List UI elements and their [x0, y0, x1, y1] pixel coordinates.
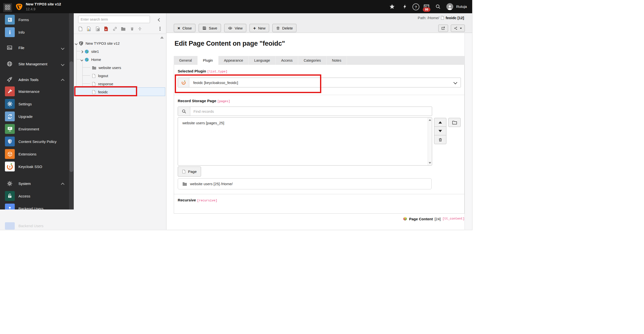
content-security-policy-module-icon[interactable]: [5, 137, 15, 146]
tab-access[interactable]: Access: [276, 56, 298, 65]
chevron-right-icon[interactable]: [81, 49, 83, 54]
tree-node-root[interactable]: New TYPO3 site v12: [74, 39, 165, 47]
chevron-up-icon[interactable]: [62, 78, 64, 83]
new-page-drag-icon[interactable]: [77, 25, 84, 32]
new-userstorage-page-drag-icon[interactable]: [86, 25, 92, 32]
sidebar-item-keycloak-sso[interactable]: Keycloak SSO: [18, 165, 42, 169]
upgrade-module-icon[interactable]: [5, 111, 15, 121]
bookmarks-star-icon[interactable]: [389, 4, 395, 9]
tree-scroll-up-icon[interactable]: [160, 36, 164, 38]
delete-button[interactable]: Delete: [272, 24, 296, 32]
new-button[interactable]: + New: [250, 24, 269, 32]
save-button[interactable]: Save: [198, 24, 221, 32]
keycloak-sso-module-icon[interactable]: [5, 162, 15, 171]
tree-node-home[interactable]: Home: [74, 55, 165, 64]
selected-plugin-select[interactable]: feoidc [keycloaksso_feoidc]: [178, 78, 461, 87]
tab-notes[interactable]: Notes: [327, 56, 347, 65]
module-menu-sidebar: Forms i Info File Site Management Admin …: [0, 13, 74, 210]
footer-record-code: [tt_content]: [442, 217, 464, 221]
sidebar-item-csp[interactable]: Content Security Policy: [18, 139, 56, 144]
chevron-down-icon[interactable]: [75, 41, 77, 46]
view-button[interactable]: View: [224, 24, 246, 32]
tree-node-site1[interactable]: site1: [74, 47, 165, 55]
admin-tools-module-icon: [6, 76, 13, 83]
browse-folder-button[interactable]: [448, 118, 461, 127]
tab-appearance[interactable]: Appearance: [218, 56, 249, 65]
module-scroll-gutter[interactable]: [464, 33, 472, 230]
tree-node-logout[interactable]: logout: [74, 72, 165, 80]
scroll-up-icon[interactable]: [429, 119, 431, 121]
divider-drag-icon[interactable]: [137, 25, 143, 32]
list-item-website-users[interactable]: website users [pages_25]: [182, 121, 224, 125]
sidebar-item-upgrade[interactable]: Upgrade: [18, 114, 33, 119]
sidebar-scrollbar-thumb[interactable]: [70, 61, 73, 172]
search-icon[interactable]: [435, 4, 441, 9]
sidebar-item-access[interactable]: Access: [18, 194, 30, 198]
maintenance-module-icon[interactable]: [5, 86, 15, 96]
chevron-up-icon[interactable]: [62, 182, 64, 187]
tree-node-website-users[interactable]: website users: [74, 64, 165, 72]
find-records-input[interactable]: [190, 107, 432, 116]
path-label: Path: /Home/: [418, 16, 439, 20]
access-module-icon[interactable]: [5, 191, 15, 201]
close-button[interactable]: × Close: [174, 24, 196, 32]
clear-cache-bolt-icon[interactable]: [402, 4, 408, 9]
collapse-tree-icon[interactable]: [157, 17, 162, 22]
tab-language[interactable]: Language: [249, 56, 276, 65]
sidebar-item-admin-tools[interactable]: Admin Tools: [18, 78, 38, 82]
extensions-module-icon[interactable]: [5, 149, 15, 159]
move-down-button[interactable]: [434, 126, 446, 135]
tree-search-input[interactable]: [78, 16, 150, 23]
sidebar-item-settings[interactable]: Settings: [18, 102, 32, 106]
chevron-down-icon[interactable]: [62, 62, 64, 66]
link-drag-icon[interactable]: [112, 25, 118, 32]
sidebar-item-backend-users[interactable]: Backend Users: [18, 207, 44, 210]
settings-module-icon[interactable]: [5, 99, 15, 109]
info-module-icon[interactable]: i: [5, 27, 15, 37]
down-arrow-icon: [438, 130, 442, 132]
footer-record-title: Page Content: [409, 217, 433, 221]
forms-module-icon[interactable]: [5, 15, 15, 24]
add-page-record-button[interactable]: Page: [178, 167, 201, 177]
new-mountpoint-page-drag-icon[interactable]: [103, 25, 109, 32]
sidebar-item-info[interactable]: Info: [18, 30, 24, 34]
chevron-down-icon[interactable]: [81, 57, 83, 62]
tab-categories[interactable]: Categories: [298, 56, 326, 65]
move-up-button[interactable]: [434, 118, 446, 127]
sidebar-item-environment[interactable]: Environment: [18, 127, 39, 131]
doc-header-buttons: × Close Save View + New: [174, 24, 296, 32]
remove-item-button[interactable]: [434, 135, 446, 144]
tab-content-panel: Selected Plugin [list_type] feoidc [keyc…: [174, 65, 464, 214]
tree-node-response[interactable]: response: [74, 80, 165, 88]
user-avatar[interactable]: [446, 3, 453, 10]
open-in-new-window-button[interactable]: [438, 24, 448, 32]
chevron-down-icon[interactable]: [62, 46, 64, 50]
record-storage-listbox[interactable]: website users [pages_25]: [178, 117, 432, 166]
section-divider: [174, 194, 464, 194]
new-shortcut-page-drag-icon[interactable]: [94, 25, 101, 32]
selected-record-chip[interactable]: website users [25] /Home/: [178, 178, 432, 189]
trash-drag-icon[interactable]: [129, 25, 135, 32]
scroll-down-icon[interactable]: [429, 162, 431, 164]
backend-users-module-icon[interactable]: [5, 204, 15, 210]
tab-general[interactable]: General: [174, 56, 198, 65]
sidebar-item-maintenance[interactable]: Maintenance: [18, 89, 40, 94]
sidebar-item-extensions[interactable]: Extensions: [18, 152, 36, 156]
keycloak-plugin-icon: [178, 78, 189, 87]
username-label[interactable]: Rutuja: [456, 4, 467, 8]
sidebar-item-site-management[interactable]: Site Management: [18, 62, 48, 66]
share-button[interactable]: [451, 24, 465, 32]
tab-plugin[interactable]: Plugin: [198, 56, 218, 65]
ghost-backend-users-label: Backend Users: [18, 224, 44, 228]
listbox-scrollbar[interactable]: [428, 118, 432, 165]
help-icon[interactable]: ?: [412, 3, 419, 10]
sidebar-item-system[interactable]: System: [18, 182, 31, 186]
sidebar-scrollbar[interactable]: [69, 13, 74, 210]
sidebar-item-file[interactable]: File: [18, 46, 24, 50]
sidebar-item-forms[interactable]: Forms: [18, 18, 29, 22]
tree-kebab-menu-icon[interactable]: [157, 25, 163, 32]
tree-node-feoidc[interactable]: feoidc: [74, 88, 165, 96]
folder-drag-icon[interactable]: [120, 25, 126, 32]
environment-module-icon[interactable]: [5, 124, 15, 134]
module-grid-toggle-button[interactable]: [3, 3, 12, 12]
